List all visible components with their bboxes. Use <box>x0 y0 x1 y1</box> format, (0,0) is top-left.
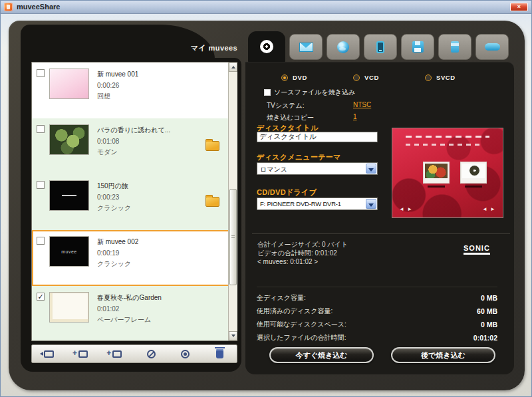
item-checkbox[interactable] <box>37 69 45 77</box>
stat-value: 0 MB <box>481 321 497 329</box>
export-icon <box>44 350 54 358</box>
shared-folder-icon[interactable] <box>205 197 219 207</box>
disc-stats-section: 全ディスク容量: 0 MB 使用済みのディスク容量: 60 MB 使用可能なディ… <box>257 287 497 344</box>
item-thumbnail <box>49 292 89 323</box>
item-duration: 0:01:02 <box>97 305 162 313</box>
toolbar-preview-button[interactable] <box>173 346 198 361</box>
item-checkbox[interactable] <box>37 237 45 245</box>
list-item[interactable]: 春夏秋冬-私のGarden 0:01:02 ペーパーフレーム <box>32 286 237 341</box>
item-style: モダン <box>97 148 170 157</box>
close-button[interactable]: × <box>510 3 528 11</box>
item-title: バラの香りに誘われて... <box>97 126 170 135</box>
toolbar-export-button[interactable] <box>37 346 62 361</box>
radio-label: SVCD <box>436 74 456 81</box>
radio-svcd[interactable]: SVCD <box>425 74 497 81</box>
toolbar-delete-button[interactable] <box>207 346 232 361</box>
stat-row: 使用可能なディスクスペース: 0 MB <box>257 318 497 331</box>
preview-nav-left-icon: ◄ ► <box>399 206 413 212</box>
copies-label: 焼き込むコピー <box>267 113 353 122</box>
item-text: 150円の旅 0:00:23 クラシック <box>97 182 131 215</box>
radio-icon <box>281 74 288 81</box>
scroll-thumb[interactable] <box>229 189 237 285</box>
item-title: 春夏秋冬-私のGarden <box>97 293 162 303</box>
radio-vcd[interactable]: VCD <box>353 74 425 81</box>
burn-now-button[interactable]: 今すぐ焼き込む <box>269 347 374 363</box>
item-style: クラシック <box>97 203 131 213</box>
disc-icon <box>260 40 273 53</box>
delete-icon <box>216 349 223 358</box>
item-checkbox[interactable] <box>37 293 45 301</box>
item-duration: 0:00:19 <box>97 249 138 257</box>
chevron-down-icon[interactable] <box>366 199 376 209</box>
tab-card[interactable] <box>438 34 471 60</box>
stat-row: 選択したファイルの合計時間: 0:01:02 <box>257 331 497 344</box>
menu-theme-label: ディスクメニューテーマ <box>257 152 341 162</box>
menu-theme-value: ロマンス <box>260 165 287 174</box>
tab-strip <box>245 31 514 62</box>
burn-button-row: 今すぐ焼き込む 後で焼き込む <box>269 347 495 363</box>
item-text: 新 muvee 002 0:00:19 クラシック <box>97 237 138 271</box>
radio-icon <box>425 74 432 81</box>
toolbar-add-file-button[interactable] <box>104 346 130 361</box>
tab-mobile[interactable] <box>364 34 397 60</box>
item-thumbnail <box>49 68 89 99</box>
list-item[interactable]: muvee 新 muvee 002 0:00:19 クラシック <box>32 230 237 286</box>
mobile-icon <box>376 41 384 53</box>
app-icon <box>4 3 13 11</box>
copies-row: 焼き込むコピー 1 <box>267 113 357 122</box>
list-scrollbar[interactable] <box>228 63 237 340</box>
tab-email[interactable] <box>289 34 323 60</box>
block-icon <box>147 350 156 358</box>
item-duration: 0:01:08 <box>97 138 170 145</box>
scroll-down-button[interactable] <box>229 331 237 340</box>
item-duration: 0:00:23 <box>97 194 131 201</box>
stat-row: 全ディスク容量: 0 MB <box>257 291 497 305</box>
list-item[interactable]: バラの香りに誘われて... 0:01:08 モダン <box>32 118 237 174</box>
disc-title-input[interactable] <box>257 132 378 142</box>
item-title: 新 muvee 001 <box>97 70 138 79</box>
item-style: クラシック <box>97 259 138 269</box>
toolbar-add-muvee-button[interactable] <box>70 346 96 361</box>
card-icon <box>451 41 459 53</box>
copies-link[interactable]: 1 <box>353 113 357 122</box>
item-checkbox[interactable] <box>37 181 45 189</box>
chevron-down-icon[interactable] <box>366 164 376 174</box>
item-style: 回想 <box>97 92 138 101</box>
sonic-logo: SONIC <box>464 244 490 255</box>
item-duration: 0:00:26 <box>97 82 138 89</box>
burn-source-checkbox[interactable] <box>264 89 271 96</box>
radio-dvd[interactable]: DVD <box>281 74 353 81</box>
tv-system-row: TVシステム: NTSC <box>267 101 371 110</box>
format-radio-group: DVD VCD SVCD <box>281 74 497 81</box>
tab-save[interactable] <box>401 34 434 60</box>
tv-system-link[interactable]: NTSC <box>353 101 371 110</box>
menu-theme-select[interactable]: ロマンス <box>257 162 378 175</box>
tab-disc[interactable] <box>248 31 285 62</box>
list-item[interactable]: 新 muvee 001 0:00:26 回想 <box>32 63 237 118</box>
item-style: ペーパーフレーム <box>97 315 162 325</box>
preview-thumb-image <box>462 164 485 178</box>
list-item[interactable]: 150円の旅 0:00:23 クラシック <box>32 174 237 230</box>
item-checkbox[interactable] <box>37 125 45 133</box>
tab-usb[interactable] <box>475 34 509 60</box>
usb-icon <box>485 43 500 51</box>
stat-row: 使用済みのディスク容量: 60 MB <box>257 305 497 318</box>
item-text: 春夏秋冬-私のGarden 0:01:02 ペーパーフレーム <box>97 293 162 327</box>
shared-folder-icon[interactable] <box>205 141 219 151</box>
window-titlebar: muveeShare × <box>1 1 532 14</box>
drive-select[interactable]: F: PIONEER DVD-RW DVR-1 <box>257 198 378 210</box>
stat-value: 0 MB <box>481 294 497 302</box>
stat-label: 全ディスク容量: <box>257 293 306 303</box>
scroll-up-button[interactable] <box>229 63 237 72</box>
stat-label: 使用可能なディスクスペース: <box>257 320 346 329</box>
toolbar-block-button[interactable] <box>139 346 164 361</box>
burn-source-row[interactable]: ソースファイルを焼き込み <box>264 88 355 97</box>
tab-web[interactable] <box>327 34 360 60</box>
burn-later-button[interactable]: 後で焼き込む <box>391 347 495 363</box>
item-title: 150円の旅 <box>97 182 131 191</box>
web-icon <box>337 41 349 53</box>
stat-value: 0:01:02 <box>473 334 497 342</box>
menu-theme-preview: ◄ ► ◄ ► <box>392 128 503 218</box>
my-muvees-header: マイ muvees <box>167 43 237 53</box>
preview-thumb-caption <box>428 186 445 188</box>
